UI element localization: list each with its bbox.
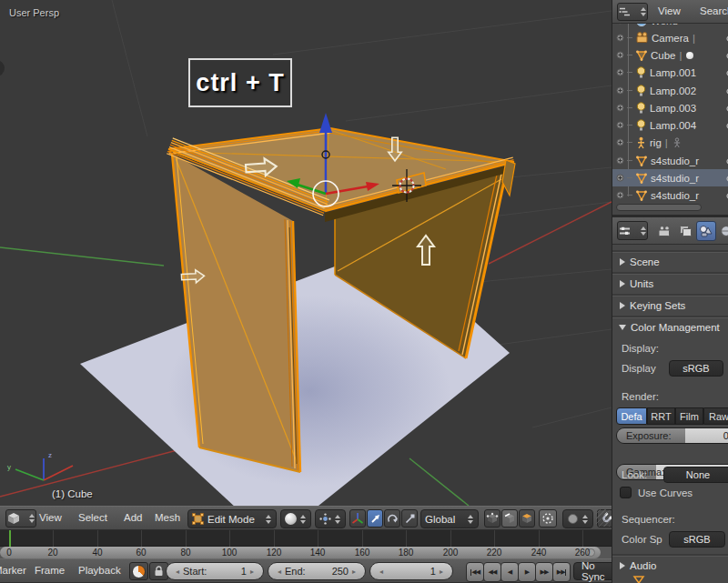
expand-icon[interactable] (616, 121, 624, 129)
menu-view[interactable]: View (39, 512, 62, 523)
menu-mesh[interactable]: Mesh (155, 512, 180, 523)
resize-grip[interactable] (596, 509, 610, 527)
manipulator-scale-button[interactable] (401, 509, 418, 528)
expand-icon[interactable] (616, 174, 624, 182)
outliner-item-lamp001[interactable]: Lamp.001 (612, 64, 728, 81)
jump-to-start-button[interactable]: ◀◀ (466, 562, 484, 582)
view-transform-rrt[interactable]: RRT (647, 407, 675, 425)
expand-icon[interactable] (616, 104, 624, 112)
increment-arrow-icon[interactable]: ▸ (440, 568, 443, 576)
viewport-3d[interactable]: z y User Persp ctrl + T (1) Cube (0, 0, 612, 506)
timeline-scrollbar[interactable]: 0 20 40 60 80 100 120 140 160 180 200 22… (0, 547, 612, 558)
outliner-item-s4studio-2[interactable]: s4studio_r (612, 169, 728, 186)
vertex-select-button[interactable] (484, 509, 500, 528)
panel-keying-sets[interactable]: Keying Sets (612, 296, 728, 315)
pose-icon[interactable] (672, 137, 682, 148)
item-label[interactable]: s4studio_r (651, 173, 699, 184)
colorspace-dropdown[interactable]: sRGB (669, 531, 725, 548)
timeline-scrollbar-thumb[interactable] (0, 547, 601, 558)
current-frame-field[interactable]: ◂ 1 ▸ (369, 562, 453, 580)
expand-icon[interactable] (616, 51, 624, 59)
item-label[interactable]: Lamp.003 (650, 103, 696, 114)
expand-icon[interactable] (616, 138, 624, 146)
menu-add[interactable]: Add (124, 512, 142, 523)
collapse-arrow-icon[interactable] (620, 258, 625, 266)
menu-select[interactable]: Select (78, 512, 107, 523)
expand-icon[interactable] (616, 68, 624, 76)
mode-dropdown[interactable]: Edit Mode (187, 509, 277, 528)
outliner-item-s4studio-1[interactable]: s4studio_r (612, 152, 728, 169)
increment-arrow-icon[interactable]: ▸ (250, 568, 254, 576)
outliner-editor-type-button[interactable] (617, 3, 648, 21)
increment-arrow-icon[interactable]: ▸ (352, 568, 356, 576)
outliner-item-lamp004[interactable]: Lamp.004 (612, 116, 728, 134)
outliner-item-s4studio-3[interactable]: s4studio_r (612, 186, 728, 204)
expand-icon[interactable] (616, 34, 624, 42)
decrement-arrow-icon[interactable]: ◂ (379, 568, 383, 576)
tab-render-layers[interactable] (675, 221, 695, 241)
expand-icon[interactable] (616, 156, 624, 165)
shading-dropdown[interactable] (280, 509, 311, 528)
collapse-arrow-icon[interactable] (620, 562, 625, 569)
expand-icon[interactable] (616, 86, 624, 95)
manipulator-rotate-button[interactable] (384, 509, 400, 528)
timeline-track[interactable] (0, 530, 612, 547)
editor-type-button[interactable] (5, 509, 36, 528)
view-transform-film[interactable]: Film (675, 407, 703, 425)
edge-select-button[interactable] (501, 509, 518, 528)
start-frame-field[interactable]: ◂ Start: 1 ▸ (166, 562, 264, 580)
limit-to-visible-button[interactable] (539, 509, 557, 528)
tab-scene[interactable] (696, 221, 716, 241)
outliner[interactable]: World Camera | Cube | (612, 0, 728, 215)
tab-world[interactable] (717, 221, 728, 241)
menu-marker[interactable]: Marker (0, 565, 26, 576)
jump-to-end-button[interactable]: ▶▶ (552, 562, 571, 582)
collapse-arrow-icon[interactable] (620, 280, 625, 287)
view-transform-default[interactable]: Defa (616, 407, 647, 425)
properties-editor[interactable]: Scene Units Keying Sets Color Management… (612, 217, 728, 583)
item-label[interactable]: Camera (652, 33, 689, 44)
outliner-item-lamp003[interactable]: Lamp.003 (612, 99, 728, 116)
item-label[interactable]: Lamp.002 (650, 85, 696, 96)
play-reverse-button[interactable]: ◀ (500, 562, 519, 582)
outliner-search-label[interactable]: Search (700, 5, 728, 16)
decrement-arrow-icon[interactable]: ◂ (176, 568, 179, 576)
time-button[interactable] (129, 562, 148, 580)
tab-render[interactable] (654, 221, 674, 241)
item-label[interactable]: Lamp.004 (650, 120, 696, 131)
menu-frame[interactable]: Frame (35, 565, 65, 576)
play-button[interactable]: ▶ (518, 562, 536, 582)
use-curves-checkbox[interactable] (620, 487, 632, 498)
item-label[interactable]: s4studio_r (651, 190, 699, 201)
menu-playback[interactable]: Playback (78, 565, 121, 576)
look-dropdown[interactable]: None (663, 467, 728, 483)
panel-scene[interactable]: Scene (612, 252, 728, 271)
expand-arrow-icon[interactable] (619, 325, 626, 330)
item-label[interactable]: Cube (651, 50, 676, 61)
next-keyframe-button[interactable]: ▶▶ (535, 562, 553, 582)
outliner-item-cube[interactable]: Cube | (612, 46, 728, 64)
decrement-arrow-icon[interactable]: ◂ (278, 568, 281, 576)
panel-audio[interactable]: Audio (612, 556, 728, 575)
orientation-dropdown[interactable]: Global (420, 509, 479, 528)
item-label[interactable]: Lamp.001 (650, 67, 696, 78)
manipulator-axis-button[interactable] (349, 509, 366, 528)
pivot-dropdown[interactable] (315, 509, 346, 528)
view-transform-raw[interactable]: Raw (703, 407, 728, 425)
end-frame-field[interactable]: ◂ End: 250 ▸ (268, 562, 366, 580)
panel-color-management[interactable]: Color Management (612, 317, 728, 337)
item-label[interactable]: s4studio_r (651, 156, 699, 166)
face-select-button[interactable] (519, 509, 535, 528)
collapse-arrow-icon[interactable] (620, 302, 625, 309)
exposure-slider[interactable]: Exposure: 0. (616, 427, 728, 444)
outliner-item-camera[interactable]: Camera | (612, 29, 728, 46)
outliner-hscrollbar[interactable] (616, 204, 702, 211)
manipulator-translate-button[interactable] (367, 509, 383, 528)
outliner-item-rig[interactable]: rig | (612, 134, 728, 151)
display-device-dropdown[interactable]: sRGB (669, 360, 723, 377)
prev-keyframe-button[interactable]: ◀◀ (483, 562, 501, 582)
proportional-edit-dropdown[interactable] (562, 509, 593, 528)
current-frame-marker[interactable] (9, 530, 11, 547)
expand-icon[interactable] (616, 191, 624, 199)
properties-editor-type-button[interactable] (617, 221, 648, 240)
